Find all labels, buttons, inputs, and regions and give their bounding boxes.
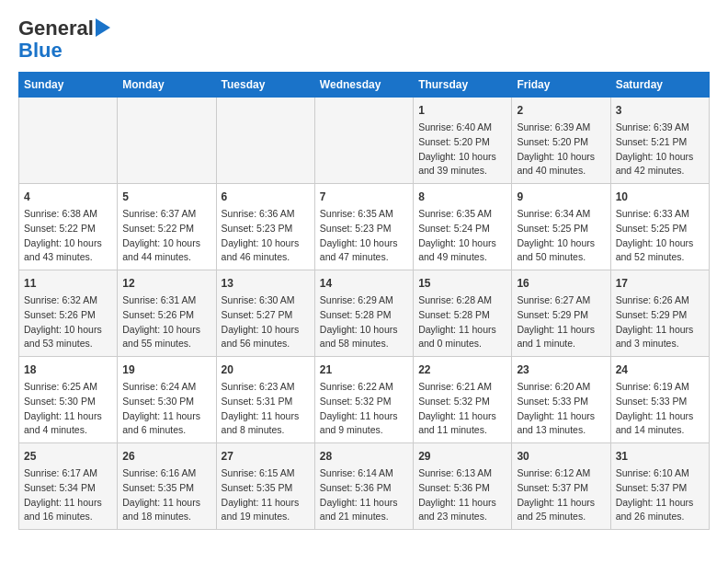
cell-info-line: and 13 minutes. xyxy=(517,423,605,438)
cell-info-line: Daylight: 11 hours xyxy=(320,496,408,511)
cell-info-line: and 55 minutes. xyxy=(122,337,210,351)
cell-info-line: Daylight: 11 hours xyxy=(320,409,408,424)
cell-info-line: and 16 minutes. xyxy=(24,510,112,524)
day-number: 16 xyxy=(517,275,605,292)
cell-info-line: Sunrise: 6:13 AM xyxy=(418,466,506,481)
cell-info-line: Sunset: 5:21 PM xyxy=(616,135,704,150)
cell-info-line: and 8 minutes. xyxy=(222,423,310,438)
day-number: 17 xyxy=(616,275,704,292)
cell-info-line: and 11 minutes. xyxy=(418,423,506,438)
cell-info-line: Sunset: 5:27 PM xyxy=(222,308,310,323)
cell-info-line: Sunset: 5:28 PM xyxy=(418,308,506,323)
cell-info-line: and 42 minutes. xyxy=(616,164,704,178)
cell-info-line: Sunrise: 6:29 AM xyxy=(320,293,408,308)
cell-info-line: Sunset: 5:25 PM xyxy=(616,222,704,236)
cell-info-line: Sunrise: 6:35 AM xyxy=(320,207,408,222)
cell-info-line: Sunrise: 6:38 AM xyxy=(24,207,112,222)
cell-info-line: Daylight: 11 hours xyxy=(24,496,112,511)
day-number: 6 xyxy=(222,189,310,205)
cell-info-line: Sunrise: 6:31 AM xyxy=(122,293,210,308)
cell-info-line: and 44 minutes. xyxy=(122,250,210,265)
cell-info-line: Sunrise: 6:33 AM xyxy=(616,207,704,222)
calendar-cell xyxy=(314,98,413,184)
cell-info-line: Daylight: 10 hours xyxy=(418,236,506,251)
cell-info-line: Daylight: 11 hours xyxy=(517,409,605,424)
cell-info-line: Sunrise: 6:26 AM xyxy=(616,293,704,308)
cell-info-line: Daylight: 11 hours xyxy=(616,496,704,511)
cell-info-line: and 47 minutes. xyxy=(320,250,408,265)
cell-info-line: Daylight: 10 hours xyxy=(320,236,408,251)
cell-info-line: Daylight: 10 hours xyxy=(616,236,704,251)
cell-info-line: Sunset: 5:25 PM xyxy=(517,222,605,236)
calendar-cell xyxy=(118,98,216,184)
cell-info-line: Daylight: 10 hours xyxy=(418,150,506,165)
cell-info-line: Sunset: 5:34 PM xyxy=(24,481,112,496)
cell-info-line: Sunrise: 6:25 AM xyxy=(24,380,112,395)
cell-info-line: Daylight: 11 hours xyxy=(616,323,704,338)
cell-info-line: Daylight: 10 hours xyxy=(222,323,310,338)
header-monday: Monday xyxy=(118,73,216,98)
cell-info-line: Daylight: 11 hours xyxy=(418,323,506,338)
header-tuesday: Tuesday xyxy=(216,73,314,98)
cell-info-line: Daylight: 10 hours xyxy=(24,236,112,251)
cell-info-line: Daylight: 11 hours xyxy=(222,496,310,511)
cell-info-line: Daylight: 11 hours xyxy=(122,496,210,511)
cell-info-line: Daylight: 11 hours xyxy=(517,496,605,511)
cell-info-line: and 49 minutes. xyxy=(418,250,506,265)
calendar-cell: 2Sunrise: 6:39 AMSunset: 5:20 PMDaylight… xyxy=(512,98,610,184)
day-number: 29 xyxy=(418,448,506,465)
calendar-cell: 21Sunrise: 6:22 AMSunset: 5:32 PMDayligh… xyxy=(314,357,413,443)
cell-info-line: Sunset: 5:36 PM xyxy=(418,481,506,496)
cell-info-line: Sunset: 5:32 PM xyxy=(320,395,408,409)
cell-info-line: Sunrise: 6:39 AM xyxy=(616,121,704,135)
cell-info-line: Sunset: 5:35 PM xyxy=(122,481,210,496)
cell-info-line: Sunset: 5:36 PM xyxy=(320,481,408,496)
day-number: 18 xyxy=(24,362,112,378)
cell-info-line: Sunset: 5:29 PM xyxy=(517,308,605,323)
cell-info-line: Sunset: 5:32 PM xyxy=(418,395,506,409)
cell-info-line: Sunrise: 6:16 AM xyxy=(122,466,210,481)
day-number: 26 xyxy=(122,448,210,465)
cell-info-line: Sunset: 5:23 PM xyxy=(320,222,408,236)
calendar-cell: 17Sunrise: 6:26 AMSunset: 5:29 PMDayligh… xyxy=(610,270,709,357)
cell-info-line: Sunset: 5:22 PM xyxy=(122,222,210,236)
cell-info-line: Sunrise: 6:39 AM xyxy=(517,121,605,135)
calendar-cell: 15Sunrise: 6:28 AMSunset: 5:28 PMDayligh… xyxy=(414,270,512,357)
cell-info-line: Daylight: 11 hours xyxy=(222,409,310,424)
logo-arrow-icon xyxy=(96,18,110,37)
calendar-cell: 10Sunrise: 6:33 AMSunset: 5:25 PMDayligh… xyxy=(610,184,709,270)
cell-info-line: and 52 minutes. xyxy=(616,250,704,265)
cell-info-line: and 53 minutes. xyxy=(24,337,112,351)
cell-info-line: Daylight: 10 hours xyxy=(24,323,112,338)
logo-text: General xyxy=(18,18,94,39)
cell-info-line: and 40 minutes. xyxy=(517,164,605,178)
calendar-cell: 5Sunrise: 6:37 AMSunset: 5:22 PMDaylight… xyxy=(118,184,216,270)
cell-info-line: and 14 minutes. xyxy=(616,423,704,438)
day-number: 1 xyxy=(418,102,506,119)
cell-info-line: and 43 minutes. xyxy=(24,250,112,265)
week-row-1: 4Sunrise: 6:38 AMSunset: 5:22 PMDaylight… xyxy=(19,184,710,270)
calendar-cell: 24Sunrise: 6:19 AMSunset: 5:33 PMDayligh… xyxy=(610,357,709,443)
day-number: 13 xyxy=(222,275,310,292)
cell-info-line: and 46 minutes. xyxy=(222,250,310,265)
cell-info-line: Sunrise: 6:20 AM xyxy=(517,380,605,395)
day-number: 30 xyxy=(517,448,605,465)
day-number: 15 xyxy=(418,275,506,292)
calendar-cell: 12Sunrise: 6:31 AMSunset: 5:26 PMDayligh… xyxy=(118,270,216,357)
cell-info-line: Daylight: 11 hours xyxy=(616,409,704,424)
cell-info-line: Sunset: 5:30 PM xyxy=(122,395,210,409)
calendar-cell: 25Sunrise: 6:17 AMSunset: 5:34 PMDayligh… xyxy=(19,443,118,530)
cell-info-line: Sunrise: 6:23 AM xyxy=(222,380,310,395)
calendar-cell: 4Sunrise: 6:38 AMSunset: 5:22 PMDaylight… xyxy=(19,184,118,270)
logo: General Blue xyxy=(18,18,110,63)
cell-info-line: and 18 minutes. xyxy=(122,510,210,524)
cell-info-line: and 1 minute. xyxy=(517,337,605,351)
day-number: 14 xyxy=(320,275,408,292)
cell-info-line: Sunrise: 6:27 AM xyxy=(517,293,605,308)
day-number: 28 xyxy=(320,448,408,465)
day-number: 31 xyxy=(616,448,704,465)
cell-info-line: and 25 minutes. xyxy=(517,510,605,524)
day-number: 21 xyxy=(320,362,408,378)
cell-info-line: Daylight: 11 hours xyxy=(122,409,210,424)
cell-info-line: Sunrise: 6:32 AM xyxy=(24,293,112,308)
